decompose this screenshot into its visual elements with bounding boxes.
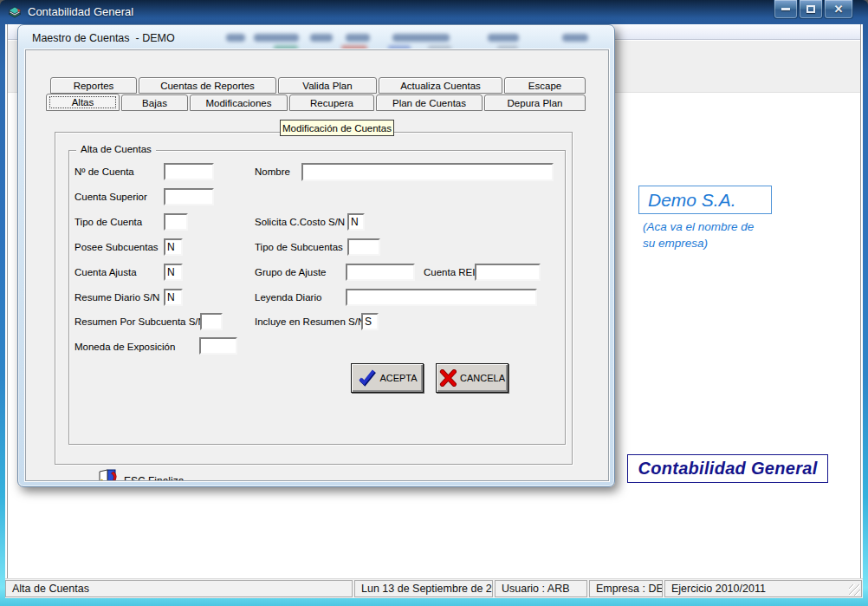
tab-valida-plan[interactable]: Valida Plan bbox=[278, 77, 377, 94]
close-icon: ✕ bbox=[834, 3, 844, 15]
label-moneda-exposicion: Moneda de Exposición bbox=[74, 342, 175, 352]
blurred-menu-item bbox=[226, 34, 245, 42]
label-cuenta-rei: Cuenta REI bbox=[424, 267, 475, 277]
label-nombre: Nombre bbox=[255, 166, 290, 177]
blurred-menu-item bbox=[392, 34, 450, 42]
cancela-button[interactable]: CANCELA bbox=[436, 363, 508, 393]
solicita-ccosto-input[interactable] bbox=[347, 213, 365, 231]
company-note: (Aca va el nombre de su empresa) bbox=[643, 218, 781, 251]
resumen-por-subcuenta-input[interactable] bbox=[200, 313, 223, 330]
leyenda-diario-input[interactable] bbox=[346, 289, 537, 306]
status-user: Usuario : ARB bbox=[495, 580, 587, 597]
moneda-exposicion-input[interactable] bbox=[199, 337, 237, 355]
status-date: Lun 13 de Septiembre de 2010 bbox=[354, 580, 493, 597]
main-window: Contabilidad General ✕ Demo S.A. (Aca va… bbox=[0, 0, 868, 606]
close-button[interactable]: ✕ bbox=[824, 0, 853, 19]
label-solicita-ccosto: Solicita C.Costo S/N bbox=[255, 217, 345, 227]
company-name-box: Demo S.A. bbox=[638, 186, 772, 214]
resize-grip[interactable] bbox=[849, 584, 860, 596]
tab-recupera[interactable]: Recupera bbox=[289, 94, 374, 111]
label-tipo-cuenta: Tipo de Cuenta bbox=[74, 217, 142, 227]
dialog-client: Reportes Cuentas de Reportes Valida Plan… bbox=[25, 49, 609, 481]
minimize-button[interactable] bbox=[774, 0, 798, 19]
statusbar: Alta de Cuentas Lun 13 de Septiembre de … bbox=[5, 578, 863, 598]
ledger-book-icon bbox=[7, 4, 23, 20]
tab-depura-plan[interactable]: Depura Plan bbox=[484, 94, 586, 111]
tab-reportes[interactable]: Reportes bbox=[50, 77, 137, 94]
tipo-cuenta-input[interactable] bbox=[164, 213, 188, 231]
label-cuenta-ajusta: Cuenta Ajusta bbox=[74, 267, 137, 277]
status-mode: Alta de Cuentas bbox=[5, 580, 353, 597]
cuenta-rei-input[interactable] bbox=[475, 264, 541, 281]
tab-cuentas-de-reportes[interactable]: Cuentas de Reportes bbox=[139, 77, 276, 94]
client-edge-left bbox=[7, 24, 8, 598]
maximize-button[interactable] bbox=[799, 0, 823, 19]
acepta-button[interactable]: ACEPTA bbox=[351, 363, 424, 393]
company-note-line2: su empresa) bbox=[643, 235, 781, 251]
minimize-icon bbox=[781, 8, 790, 10]
acepta-label: ACEPTA bbox=[379, 373, 417, 383]
incluye-resumen-input[interactable] bbox=[361, 313, 379, 330]
esc-label: ESC Finaliza bbox=[124, 475, 184, 481]
cuenta-superior-input[interactable] bbox=[164, 188, 214, 205]
mdi-client-area: Demo S.A. (Aca va el nombre de su empres… bbox=[5, 24, 863, 598]
groupbox-legend: Alta de Cuentas bbox=[76, 144, 156, 154]
blurred-menu-item bbox=[310, 34, 333, 42]
tab-altas[interactable]: Altas bbox=[46, 94, 120, 111]
label-resume-diario: Resume Diario S/N bbox=[74, 292, 159, 303]
status-fiscal-year: Ejercicio 2010/2011 bbox=[664, 580, 862, 597]
product-name: Contabilidad General bbox=[638, 459, 817, 479]
label-num-cuenta: Nº de Cuenta bbox=[74, 166, 134, 177]
cuenta-ajusta-input[interactable] bbox=[164, 264, 183, 281]
label-posee-subcuentas: Posee Subcuentas bbox=[74, 242, 159, 252]
product-name-box: Contabilidad General bbox=[627, 454, 828, 483]
label-cuenta-superior: Cuenta Superior bbox=[74, 192, 147, 202]
status-company: Empresa : DEMO bbox=[589, 580, 663, 597]
num-cuenta-input[interactable] bbox=[164, 163, 214, 180]
window-controls: ✕ bbox=[774, 0, 853, 19]
company-name: Demo S.A. bbox=[648, 190, 736, 211]
blurred-menu-item bbox=[488, 34, 519, 42]
exit-door-icon bbox=[96, 469, 119, 481]
blurred-menu-item bbox=[562, 34, 588, 42]
label-tipo-subcuentas: Tipo de Subcuentas bbox=[255, 242, 343, 252]
tab-bajas[interactable]: Bajas bbox=[121, 94, 188, 111]
check-icon bbox=[357, 368, 376, 388]
client-edge-right bbox=[860, 24, 861, 598]
maximize-icon bbox=[806, 5, 815, 13]
cancela-label: CANCELA bbox=[460, 373, 505, 383]
grupo-ajuste-input[interactable] bbox=[346, 264, 415, 281]
tab-escape[interactable]: Escape bbox=[504, 77, 586, 94]
label-incluye-resumen: Incluye en Resumen S/N bbox=[255, 316, 365, 327]
window-title: Contabilidad General bbox=[28, 5, 133, 18]
maestro-de-cuentas-dialog: Maestro de Cuentas - DEMO Reportes Cuent… bbox=[17, 24, 615, 487]
tipo-subcuentas-input[interactable] bbox=[347, 238, 380, 256]
label-grupo-ajuste: Grupo de Ajuste bbox=[255, 267, 326, 277]
blurred-menu-item bbox=[254, 34, 299, 42]
label-resumen-por-subcuenta: Resumen Por Subcuenta S/N bbox=[74, 316, 205, 327]
x-icon bbox=[439, 369, 457, 387]
tab-modificaciones[interactable]: Modificaciones bbox=[190, 94, 288, 111]
company-note-line1: (Aca va el nombre de bbox=[643, 218, 781, 235]
dialog-title: Maestro de Cuentas - DEMO bbox=[32, 32, 175, 44]
blurred-menu-item bbox=[346, 34, 370, 42]
resume-diario-input[interactable] bbox=[164, 289, 183, 306]
esc-row[interactable]: ESC Finaliza bbox=[96, 469, 184, 481]
nombre-input[interactable] bbox=[301, 163, 554, 181]
posee-subcuentas-input[interactable] bbox=[164, 238, 183, 256]
tab-plan-de-cuentas[interactable]: Plan de Cuentas bbox=[376, 94, 483, 111]
label-leyenda-diario: Leyenda Diario bbox=[255, 292, 321, 303]
tab-actualiza-cuentas[interactable]: Actualiza Cuentas bbox=[379, 77, 502, 94]
titlebar: Contabilidad General ✕ bbox=[0, 0, 868, 24]
tooltip: Modificación de Cuentas bbox=[280, 120, 394, 136]
